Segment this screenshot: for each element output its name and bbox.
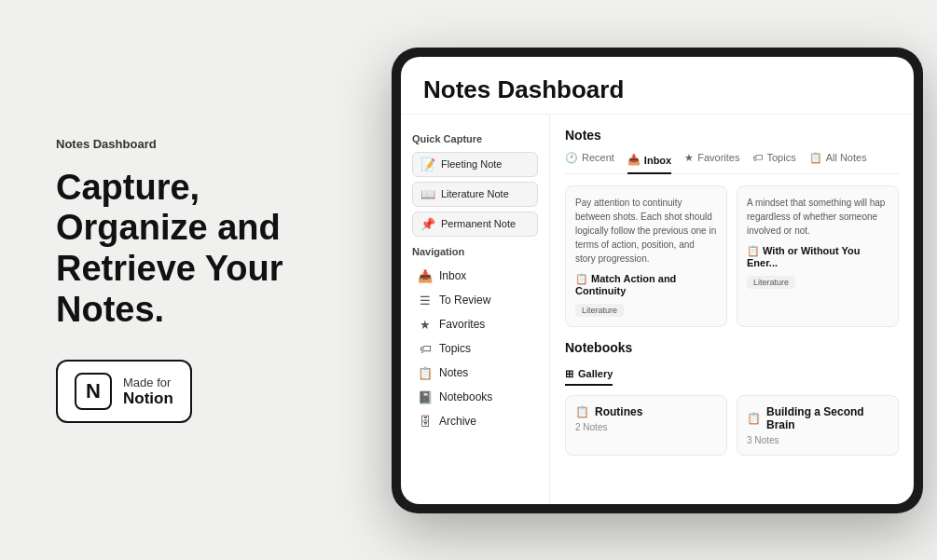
sidebar-item-archive[interactable]: 🗄 Archive	[412, 410, 538, 433]
sidebar-item-topics[interactable]: 🏷 Topics	[412, 337, 538, 361]
tab-favorites[interactable]: ★ Favorites	[684, 152, 739, 168]
notes-nav-label: Notes	[439, 366, 468, 379]
fleeting-note-icon: 📝	[420, 157, 435, 171]
tablet-frame: Notes Dashboard Quick Capture 📝 Fleeting…	[392, 48, 923, 513]
note-card-title-0: 📋 Match Action and Continuity	[575, 273, 717, 296]
notebook-icon-1: 📋	[747, 412, 761, 425]
badge-bottom-label: Notion	[123, 389, 173, 408]
fleeting-note-label: Fleeting Note	[441, 158, 502, 170]
screen-body: Quick Capture 📝 Fleeting Note 📖 Literatu…	[401, 115, 914, 504]
archive-label: Archive	[439, 415, 476, 428]
topics-tab-icon: 🏷	[752, 152, 763, 163]
note-card-text-1: A mindset that something will hap regard…	[747, 196, 889, 238]
sidebar: Quick Capture 📝 Fleeting Note 📖 Literatu…	[401, 115, 550, 504]
topics-icon: 🏷	[418, 342, 433, 356]
toreview-icon: ☰	[418, 294, 433, 307]
main-content: Notes 🕐 Recent 📥 Inbox ★ Favorites	[550, 115, 914, 504]
notebook-card-meta-0: 2 Notes	[575, 422, 717, 432]
notebooks-icon: 📓	[418, 390, 433, 404]
permanent-note-icon: 📌	[420, 217, 435, 231]
toreview-label: To Review	[439, 294, 490, 307]
notebook-card-0[interactable]: 📋 Routines 2 Notes	[565, 395, 727, 456]
notebook-card-title-1: 📋 Building a Second Brain	[747, 405, 889, 431]
permanent-note-label: Permanent Note	[441, 218, 516, 229]
left-panel: Notes Dashboard Capture, Organize and Re…	[0, 90, 392, 471]
notebook-cards: 📋 Routines 2 Notes 📋 Building a Second B…	[565, 395, 899, 456]
notebook-card-1[interactable]: 📋 Building a Second Brain 3 Notes	[737, 395, 899, 456]
tab-allnotes[interactable]: 📋 All Notes	[809, 152, 867, 168]
notebook-icon-0: 📋	[575, 405, 589, 418]
tab-recent[interactable]: 🕐 Recent	[565, 152, 614, 168]
tab-inbox[interactable]: 📥 Inbox	[627, 152, 671, 174]
notion-badge-text: Made for Notion	[123, 376, 173, 408]
tab-topics[interactable]: 🏷 Topics	[752, 152, 795, 168]
page-subtitle: Notes Dashboard	[56, 137, 336, 151]
note-card-text-0: Pay attention to continuity between shot…	[575, 196, 717, 266]
notebooks-section: Notebooks ⊞ Gallery 📋 Routines	[565, 340, 899, 491]
screen-title: Notes Dashboard	[423, 75, 891, 104]
favorites-icon: ★	[418, 318, 433, 332]
literature-note-icon: 📖	[420, 187, 435, 201]
notebooks-section-title: Notebooks	[565, 340, 899, 355]
notion-icon: Notes Dashboard N	[75, 373, 112, 410]
sidebar-item-inbox[interactable]: 📥 Inbox	[412, 265, 538, 288]
gallery-tab[interactable]: ⊞ Gallery	[565, 368, 613, 386]
notes-cards-row: Pay attention to continuity between shot…	[565, 185, 899, 327]
notebook-card-meta-1: 3 Notes	[747, 435, 889, 445]
tablet-screen: Notes Dashboard Quick Capture 📝 Fleeting…	[401, 57, 914, 504]
inbox-tab-icon: 📥	[627, 154, 641, 166]
note-card-0[interactable]: Pay attention to continuity between shot…	[565, 185, 727, 327]
inbox-nav-icon: 📥	[418, 269, 433, 283]
right-panel: Notes Dashboard Quick Capture 📝 Fleeting…	[392, 48, 937, 513]
archive-icon: 🗄	[418, 415, 433, 429]
sidebar-item-favorites[interactable]: ★ Favorites	[412, 313, 538, 336]
literature-note-button[interactable]: 📖 Literature Note	[412, 182, 538, 207]
note-card-1[interactable]: A mindset that something will hap regard…	[737, 185, 899, 327]
page-headline: Capture, Organize and Retrieve Your Note…	[56, 168, 336, 331]
note-tag-0: Literature	[575, 304, 624, 317]
notes-icon: 📋	[418, 366, 433, 380]
badge-top-label: Made for	[123, 376, 173, 389]
sidebar-item-notebooks[interactable]: 📓 Notebooks	[412, 386, 538, 409]
recent-icon: 🕐	[565, 152, 578, 164]
notebooks-nav-label: Notebooks	[439, 390, 492, 403]
gallery-icon: ⊞	[565, 368, 573, 380]
fleeting-note-button[interactable]: 📝 Fleeting Note	[412, 152, 538, 177]
notes-tabs: 🕐 Recent 📥 Inbox ★ Favorites 🏷	[565, 152, 899, 174]
literature-note-label: Literature Note	[441, 188, 509, 199]
inbox-nav-label: Inbox	[439, 269, 466, 282]
notion-badge: Notes Dashboard N Made for Notion	[56, 360, 192, 423]
note-tag-1: Literature	[747, 276, 795, 289]
permanent-note-button[interactable]: 📌 Permanent Note	[412, 212, 538, 237]
notes-section-title: Notes	[565, 128, 899, 143]
note-card-title-1: 📋 With or Without You Ener...	[747, 245, 889, 268]
sidebar-item-notes[interactable]: 📋 Notes	[412, 362, 538, 385]
quick-capture-title: Quick Capture	[412, 133, 538, 144]
favorites-label: Favorites	[439, 318, 485, 331]
sidebar-item-toreview[interactable]: ☰ To Review	[412, 289, 538, 312]
favorites-tab-icon: ★	[684, 152, 694, 164]
navigation-title: Navigation	[412, 246, 538, 257]
allnotes-tab-icon: 📋	[809, 152, 822, 164]
screen-header: Notes Dashboard	[401, 57, 914, 115]
topics-label: Topics	[439, 342, 471, 355]
notebook-card-title-0: 📋 Routines	[575, 405, 717, 418]
